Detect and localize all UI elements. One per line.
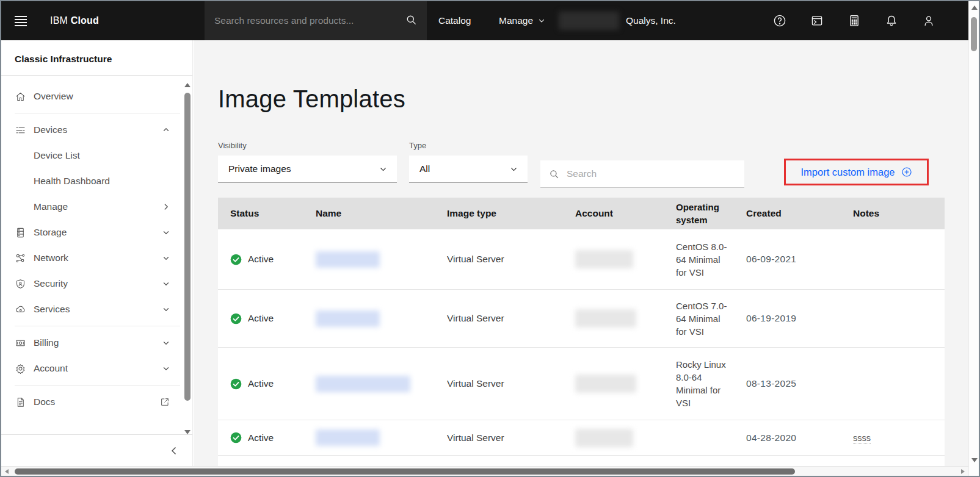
status-label: Active — [248, 432, 274, 443]
chevron-down-icon — [162, 305, 170, 314]
notifications-icon[interactable] — [884, 14, 898, 28]
table-search-input[interactable] — [567, 168, 736, 179]
sidebar-item-services[interactable]: Services — [1, 296, 192, 322]
horizontal-scrollbar-thumb[interactable] — [15, 468, 795, 475]
add-circle-icon — [901, 167, 912, 178]
global-search — [205, 1, 427, 40]
image-type-cell: Virtual Server — [435, 254, 563, 265]
sidebar-item-account[interactable]: Account — [1, 356, 192, 381]
sidebar-item-security[interactable]: Security — [1, 271, 192, 296]
sidebar-item-label: Account — [34, 363, 162, 374]
ibm-cloud-logo[interactable]: IBM Cloud — [50, 15, 99, 26]
manage-label: Manage — [499, 15, 533, 26]
sidebar-item-overview[interactable]: Overview — [1, 84, 192, 109]
name-cell[interactable] — [303, 310, 435, 327]
visibility-select[interactable]: Private images — [218, 156, 397, 183]
page-scrollbar-horizontal[interactable] — [1, 466, 968, 476]
status-cell: Active — [218, 254, 303, 265]
services-icon — [15, 303, 27, 315]
sidebar-item-device-list[interactable]: Device List — [1, 143, 192, 168]
account-id-redacted — [559, 12, 619, 30]
sidebar-item-manage[interactable]: Manage — [1, 194, 192, 220]
image-templates-table: StatusNameImage typeAccountOperating sys… — [218, 198, 945, 466]
page-scrollbar-vertical[interactable] — [968, 1, 979, 476]
sidebar-item-devices[interactable]: Devices — [1, 117, 192, 143]
column-header-notes[interactable]: Notes — [841, 208, 945, 219]
sidebar-item-label: Overview — [34, 91, 170, 102]
scroll-down-arrow-icon[interactable] — [184, 430, 191, 434]
name-redacted — [316, 429, 380, 446]
chevron-left-icon[interactable] — [169, 446, 179, 456]
sidebar-item-storage[interactable]: Storage — [1, 220, 192, 245]
chevron-down-icon — [162, 364, 170, 373]
import-custom-image-button[interactable]: Import custom image — [800, 167, 912, 178]
account-icon — [15, 362, 27, 375]
scroll-right-arrow-icon[interactable] — [961, 469, 965, 474]
scroll-up-arrow-icon[interactable] — [971, 5, 978, 10]
table-header-row: StatusNameImage typeAccountOperating sys… — [218, 198, 945, 229]
menu-icon[interactable] — [5, 6, 34, 35]
image-type-cell: Virtual Server — [435, 378, 563, 389]
divider — [15, 113, 180, 113]
user-icon[interactable] — [921, 14, 935, 28]
sidebar-item-health-dashboard[interactable]: Health Dashboard — [1, 168, 192, 194]
sidebar-item-docs[interactable]: Docs — [1, 389, 192, 415]
sidebar-nav: OverviewDevicesDevice ListHealth Dashboa… — [1, 76, 192, 415]
browser-window: IBM Cloud Catalog Manage Qualys, Inc. Cl… — [0, 0, 980, 477]
catalog-link[interactable]: Catalog — [438, 15, 471, 26]
column-header-account[interactable]: Account — [563, 208, 670, 219]
sidebar-item-label: Device List — [34, 150, 170, 161]
chevron-down-icon — [162, 228, 170, 237]
account-name[interactable]: Qualys, Inc. — [626, 15, 676, 26]
window-icon[interactable] — [810, 14, 824, 28]
help-icon[interactable] — [772, 14, 786, 28]
annotation-highlight-box: Import custom image — [784, 159, 929, 185]
manage-menu[interactable]: Manage — [499, 15, 545, 26]
docs-icon — [15, 396, 27, 408]
status-cell: Active — [218, 313, 303, 325]
sidebar-item-network[interactable]: Network — [1, 245, 192, 271]
topbar: IBM Cloud Catalog Manage Qualys, Inc. — [1, 1, 968, 40]
sidebar-scrollbar[interactable] — [184, 81, 191, 436]
external-link-icon — [159, 396, 170, 407]
scroll-up-arrow-icon[interactable] — [184, 83, 191, 87]
chevron-down-icon — [162, 339, 170, 347]
global-search-input[interactable] — [214, 15, 405, 26]
sidebar-collapse-bar — [1, 434, 192, 466]
notes-link[interactable]: ssss — [853, 433, 871, 443]
divider — [15, 385, 180, 386]
search-icon[interactable] — [405, 14, 417, 28]
image-type-cell: Virtual Server — [435, 313, 563, 324]
column-header-operating-system[interactable]: Operating system — [670, 201, 734, 226]
chevron-up-icon — [162, 126, 170, 134]
account-cell — [563, 250, 670, 268]
column-header-name[interactable]: Name — [303, 208, 435, 219]
sidebar-item-billing[interactable]: Billing — [1, 330, 192, 356]
type-select[interactable]: All — [409, 156, 528, 183]
calculator-icon[interactable] — [847, 14, 861, 28]
name-redacted — [316, 251, 380, 268]
column-header-status[interactable]: Status — [218, 208, 303, 219]
page-scrollbar-thumb[interactable] — [971, 17, 977, 51]
sidebar-item-label: Security — [34, 278, 162, 289]
column-header-image-type[interactable]: Image type — [435, 208, 563, 219]
sidebar-scrollbar-thumb[interactable] — [184, 93, 191, 401]
storage-icon — [15, 226, 27, 238]
sidebar-item-label: Devices — [34, 124, 162, 135]
name-cell[interactable] — [303, 251, 435, 268]
billing-icon — [15, 337, 27, 349]
scroll-left-arrow-icon[interactable] — [5, 469, 9, 474]
account-cell — [563, 309, 670, 328]
status-label: Active — [248, 378, 274, 389]
scroll-down-arrow-icon[interactable] — [971, 458, 978, 462]
name-cell[interactable] — [303, 376, 435, 392]
brand-bold: Cloud — [71, 15, 99, 26]
sidebar-item-label: Health Dashboard — [34, 176, 170, 187]
column-header-created[interactable]: Created — [734, 208, 841, 219]
type-value: All — [419, 163, 430, 174]
name-cell[interactable] — [303, 429, 435, 446]
table-row: ActiveVirtual ServerCentOS 8.0-64 Minima… — [218, 229, 945, 289]
import-custom-image-label: Import custom image — [800, 167, 895, 178]
devices-icon — [15, 124, 27, 136]
sidebar-item-label: Services — [34, 304, 162, 315]
